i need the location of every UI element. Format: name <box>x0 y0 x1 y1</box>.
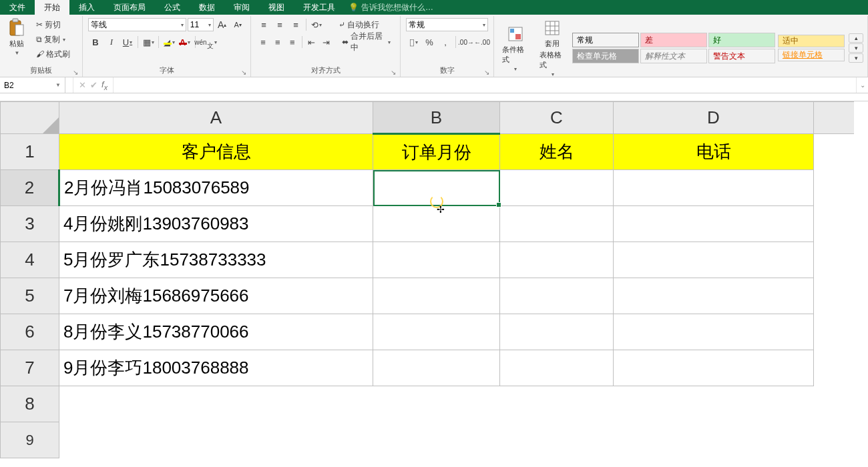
decrease-indent-button[interactable]: ⇤ <box>305 35 318 49</box>
style-hyperlink[interactable]: 链接单元格 <box>778 49 845 61</box>
cell-C5[interactable] <box>500 278 614 314</box>
cell-C3[interactable] <box>500 206 614 242</box>
style-check-cell[interactable]: 检查单元格 <box>572 49 639 63</box>
font-size-select[interactable]: 11▾ <box>188 18 214 31</box>
number-format-select[interactable]: 常规▾ <box>406 18 488 31</box>
cell-C6[interactable] <box>500 314 614 350</box>
paste-button[interactable]: 粘贴 ▼ <box>4 17 29 57</box>
bold-button[interactable]: B <box>88 35 103 49</box>
cell-E5[interactable] <box>814 278 854 314</box>
tell-me-hint[interactable]: 💡 告诉我您想做什么… <box>345 0 437 15</box>
cell-E4[interactable] <box>814 242 854 278</box>
cell-E9[interactable] <box>814 422 854 458</box>
menu-review[interactable]: 审阅 <box>224 0 259 15</box>
cell-A4[interactable]: 5月份罗广东15738733333 <box>59 242 373 278</box>
row-header-3[interactable]: 3 <box>1 206 59 242</box>
merge-center-button[interactable]: ⬌ 合并后居中 ▾ <box>338 35 395 49</box>
align-right-button[interactable]: ≡ <box>286 35 299 49</box>
menu-view[interactable]: 视图 <box>259 0 294 15</box>
font-family-select[interactable]: 等线▾ <box>88 18 186 31</box>
align-middle-button[interactable]: ≡ <box>272 18 287 31</box>
cell-D7[interactable] <box>614 350 814 386</box>
cell-A5[interactable]: 7月份刘梅15686975666 <box>59 278 373 314</box>
increase-decimal-button[interactable]: .00→ <box>459 35 473 49</box>
menu-pagelayout[interactable]: 页面布局 <box>104 0 155 15</box>
cell-styles-gallery[interactable]: 常规 差 好 检查单元格 解释性文本 警告文本 <box>572 33 775 63</box>
decrease-font-button[interactable]: A▾ <box>231 18 246 31</box>
cell-B2[interactable] <box>373 170 500 206</box>
align-top-button[interactable]: ≡ <box>256 18 271 31</box>
orientation-button[interactable]: ⟲▾ <box>309 18 324 31</box>
align-bottom-button[interactable]: ≡ <box>288 18 303 31</box>
style-warning[interactable]: 警告文本 <box>708 49 775 63</box>
styles-more[interactable]: ▾ <box>849 53 863 63</box>
phonetic-button[interactable]: wén文▾ <box>198 35 213 49</box>
cell-D6[interactable] <box>614 314 814 350</box>
cell-B9[interactable] <box>373 422 500 458</box>
copy-button[interactable]: ⧉ 复制 ▾ <box>32 32 74 47</box>
cell-B8[interactable] <box>373 386 500 422</box>
accounting-format-button[interactable]: ⌷▾ <box>406 35 421 49</box>
menu-home[interactable]: 开始 <box>35 0 69 15</box>
cell-B1[interactable]: 订单月份 <box>373 134 500 170</box>
col-header-A[interactable]: A <box>59 102 373 134</box>
cell-D5[interactable] <box>614 278 814 314</box>
cell-D3[interactable] <box>614 206 814 242</box>
cell-A1[interactable]: 客户信息 <box>59 134 373 170</box>
font-color-button[interactable]: A▾ <box>178 35 192 49</box>
cell-B3[interactable] <box>373 206 500 242</box>
menu-formula[interactable]: 公式 <box>155 0 190 15</box>
menu-devtools[interactable]: 开发工具 <box>294 0 345 15</box>
cell-D1[interactable]: 电话 <box>614 134 814 170</box>
cell-E7[interactable] <box>814 350 854 386</box>
row-header-5[interactable]: 5 <box>1 278 59 314</box>
enter-formula-button[interactable]: ✔ <box>90 80 97 90</box>
style-explanatory[interactable]: 解释性文本 <box>640 49 707 63</box>
row-header-7[interactable]: 7 <box>1 350 59 386</box>
cell-E8[interactable] <box>814 386 854 422</box>
fx-button[interactable]: fx <box>101 79 107 91</box>
cell-B6[interactable] <box>373 314 500 350</box>
worksheet-grid[interactable]: A B C D 1 客户信息 订单月份 姓名 电话 2 2月份冯肖1508307… <box>0 101 868 458</box>
cell-A9[interactable] <box>59 422 373 458</box>
dialog-launcher-icon[interactable]: ↘ <box>391 69 396 76</box>
col-header-B[interactable]: B <box>373 102 500 134</box>
menu-file[interactable]: 文件 <box>0 0 35 15</box>
cell-A8[interactable] <box>59 386 373 422</box>
cell-D8[interactable] <box>614 386 814 422</box>
name-box[interactable]: B2 ▼ <box>0 77 65 93</box>
percent-button[interactable]: % <box>422 35 437 49</box>
menu-insert[interactable]: 插入 <box>69 0 104 15</box>
format-painter-button[interactable]: 🖌 格式刷 <box>32 47 74 61</box>
row-header-9[interactable]: 9 <box>1 422 59 458</box>
format-as-table-button[interactable]: 套用 表格格式▾ <box>535 17 570 79</box>
row-header-6[interactable]: 6 <box>1 314 59 350</box>
style-normal[interactable]: 常规 <box>572 33 639 47</box>
style-good[interactable]: 好 <box>708 33 775 47</box>
cancel-formula-button[interactable]: ✕ <box>79 80 86 90</box>
cell-A6[interactable]: 8月份李义15738770066 <box>59 314 373 350</box>
col-header-E[interactable] <box>814 102 854 134</box>
increase-font-button[interactable]: A▴ <box>215 18 230 31</box>
row-header-1[interactable]: 1 <box>1 134 59 170</box>
style-bad[interactable]: 差 <box>640 33 707 47</box>
border-button[interactable]: ▦▾ <box>141 35 156 49</box>
cell-A7[interactable]: 9月份李巧18003768888 <box>59 350 373 386</box>
col-header-D[interactable]: D <box>614 102 814 134</box>
cell-D2[interactable] <box>614 170 814 206</box>
cell-E1[interactable] <box>814 134 854 170</box>
row-header-2[interactable]: 2 <box>1 170 59 206</box>
cell-D4[interactable] <box>614 242 814 278</box>
underline-button[interactable]: U▾ <box>120 35 135 49</box>
align-left-button[interactable]: ≡ <box>256 35 270 49</box>
cell-C1[interactable]: 姓名 <box>500 134 614 170</box>
conditional-formatting-button[interactable]: 条件格式▾ <box>498 23 533 73</box>
cut-button[interactable]: ✂ 剪切 <box>32 17 74 32</box>
wrap-text-button[interactable]: ⤶ 自动换行 <box>335 17 383 32</box>
cell-E3[interactable] <box>814 206 854 242</box>
increase-indent-button[interactable]: ⇥ <box>319 35 333 49</box>
cell-C2[interactable] <box>500 170 614 206</box>
decrease-decimal-button[interactable]: ←.00 <box>475 35 489 49</box>
cell-C8[interactable] <box>500 386 614 422</box>
fill-color-button[interactable]: ◢▾ <box>162 35 176 49</box>
